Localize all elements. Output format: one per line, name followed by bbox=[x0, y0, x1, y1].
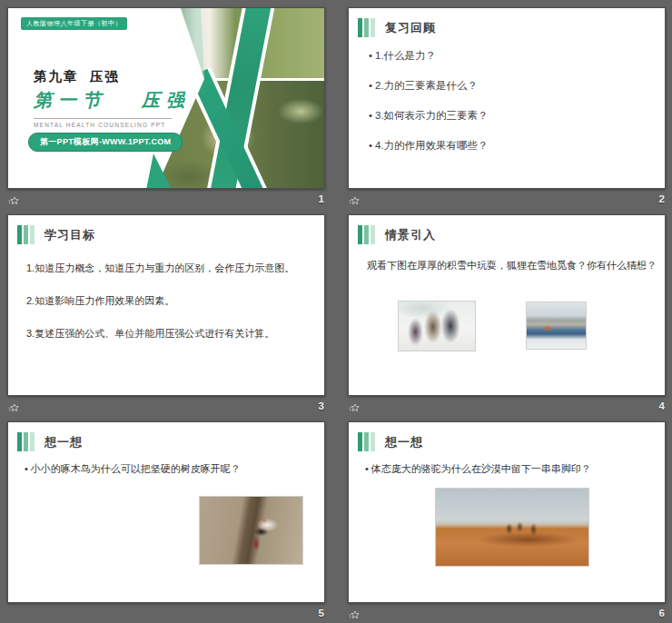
transition-star-icon bbox=[349, 401, 360, 418]
transition-star-icon bbox=[8, 194, 19, 211]
title-divider bbox=[34, 118, 172, 119]
list-item: 1.什么是力？ bbox=[369, 50, 654, 62]
photo-divider-line bbox=[201, 78, 325, 81]
slide-meta-2: 2 bbox=[348, 192, 666, 212]
think-question-text: 小小的啄木鸟为什么可以把坚硬的树皮啄开呢？ bbox=[25, 462, 317, 476]
fox-in-snow-photo bbox=[526, 302, 587, 350]
list-item: 3.复述压强的公式、单位并能用压强公式进行有关计算。 bbox=[26, 328, 317, 340]
camels-in-desert-photo bbox=[435, 488, 589, 567]
review-question-list: 1.什么是力？ 2.力的三要素是什么？ 3.如何表示力的三要素？ 4.力的作用效… bbox=[369, 50, 654, 170]
think-question-text: 体态庞大的骆驼为什么在沙漠中留下一串串脚印？ bbox=[365, 462, 657, 476]
transition-star-icon bbox=[349, 608, 360, 623]
slide-number: 3 bbox=[319, 400, 324, 411]
slide-heading: 学习目标 bbox=[17, 225, 95, 244]
slide-cell-4: 情景引入 观看下图在厚厚的积雪中玩耍，狐狸在雪地觅食？你有什么猜想？ 4 bbox=[348, 214, 666, 419]
slide-thumbnail-5[interactable]: 想一想 小小的啄木鸟为什么可以把坚硬的树皮啄开呢？ bbox=[7, 421, 325, 603]
slide-meta-4: 4 bbox=[348, 399, 666, 419]
slide-heading: 想一想 bbox=[358, 432, 423, 451]
slide-cell-5: 想一想 小小的啄木鸟为什么可以把坚硬的树皮啄开呢？ 5 bbox=[7, 421, 325, 623]
list-item: 4.力的作用效果有哪些？ bbox=[369, 140, 654, 152]
slide-thumbnail-4[interactable]: 情景引入 观看下图在厚厚的积雪中玩耍，狐狸在雪地觅食？你有什么猜想？ bbox=[348, 214, 666, 396]
english-subtitle: MENTAL HEALTH COUNSELING PPT bbox=[34, 122, 165, 128]
slide-number: 5 bbox=[319, 608, 324, 618]
list-item: 2.力的三要素是什么？ bbox=[369, 80, 654, 92]
slide-cell-3: 学习目标 1.知道压力概念，知道压力与重力的区别，会作压力示意图。 2.知道影响… bbox=[7, 214, 325, 419]
slide-cell-2: 复习回顾 1.什么是力？ 2.力的三要素是什么？ 3.如何表示力的三要素？ 4.… bbox=[348, 7, 666, 212]
heading-text: 情景引入 bbox=[385, 227, 436, 243]
snow-family-photo bbox=[398, 301, 476, 351]
edition-badge: 人教版物理八年级下册（初中） bbox=[21, 17, 127, 30]
section-title: 第一节 压强 bbox=[34, 88, 191, 113]
heading-bars-icon bbox=[358, 432, 377, 451]
transition-star-icon bbox=[349, 194, 360, 211]
slide-number: 2 bbox=[659, 193, 665, 204]
slide-number: 6 bbox=[659, 608, 665, 618]
heading-bars-icon bbox=[17, 432, 36, 451]
slide-sorter-canvas: 人教版物理八年级下册（初中） 第九章 压强 第一节 压强 MENTAL HEAL… bbox=[0, 0, 672, 623]
slide-meta-5: 5 bbox=[7, 606, 325, 623]
chapter-title: 第九章 压强 bbox=[34, 68, 120, 85]
slide-number: 1 bbox=[319, 193, 324, 204]
heading-text: 想一想 bbox=[44, 434, 83, 450]
heading-text: 复习回顾 bbox=[385, 20, 436, 36]
heading-bars-icon bbox=[17, 225, 36, 244]
slide-thumbnail-6[interactable]: 想一想 体态庞大的骆驼为什么在沙漠中留下一串串脚印？ bbox=[348, 421, 666, 603]
heading-bars-icon bbox=[358, 225, 377, 244]
slide-cell-1: 人教版物理八年级下册（初中） 第九章 压强 第一节 压强 MENTAL HEAL… bbox=[7, 7, 325, 212]
slide-thumbnail-3[interactable]: 学习目标 1.知道压力概念，知道压力与重力的区别，会作压力示意图。 2.知道影响… bbox=[7, 214, 325, 396]
slide-meta-3: 3 bbox=[7, 399, 325, 419]
scenario-question-text: 观看下图在厚厚的积雪中玩耍，狐狸在雪地觅食？你有什么猜想？ bbox=[367, 259, 656, 272]
slide-cell-6: 想一想 体态庞大的骆驼为什么在沙漠中留下一串串脚印？ 6 bbox=[348, 421, 666, 623]
heading-text: 想一想 bbox=[385, 434, 423, 450]
slide-thumbnail-1[interactable]: 人教版物理八年级下册（初中） 第九章 压强 第一节 压强 MENTAL HEAL… bbox=[7, 7, 325, 189]
slide-heading: 想一想 bbox=[17, 432, 83, 451]
transition-star-icon bbox=[8, 401, 19, 418]
objective-list: 1.知道压力概念，知道压力与重力的区别，会作压力示意图。 2.知道影响压力作用效… bbox=[26, 262, 317, 361]
slide-heading: 复习回顾 bbox=[358, 18, 436, 37]
slide-heading: 情景引入 bbox=[358, 225, 436, 244]
list-item: 1.知道压力概念，知道压力与重力的区别，会作压力示意图。 bbox=[26, 262, 317, 274]
woodpecker-photo bbox=[199, 496, 303, 565]
slide-number: 4 bbox=[659, 400, 665, 411]
slide-meta-1: 1 bbox=[7, 192, 325, 212]
slide-thumbnail-2[interactable]: 复习回顾 1.什么是力？ 2.力的三要素是什么？ 3.如何表示力的三要素？ 4.… bbox=[348, 7, 666, 189]
heading-bars-icon bbox=[358, 18, 377, 37]
list-item: 3.如何表示力的三要素？ bbox=[369, 110, 654, 122]
heading-text: 学习目标 bbox=[44, 227, 95, 243]
list-item: 2.知道影响压力作用效果的因素。 bbox=[26, 295, 317, 307]
template-site-banner: 第一PPT模板网-WWW.1PPT.COM bbox=[28, 133, 183, 152]
slide-meta-6: 6 bbox=[348, 606, 666, 623]
